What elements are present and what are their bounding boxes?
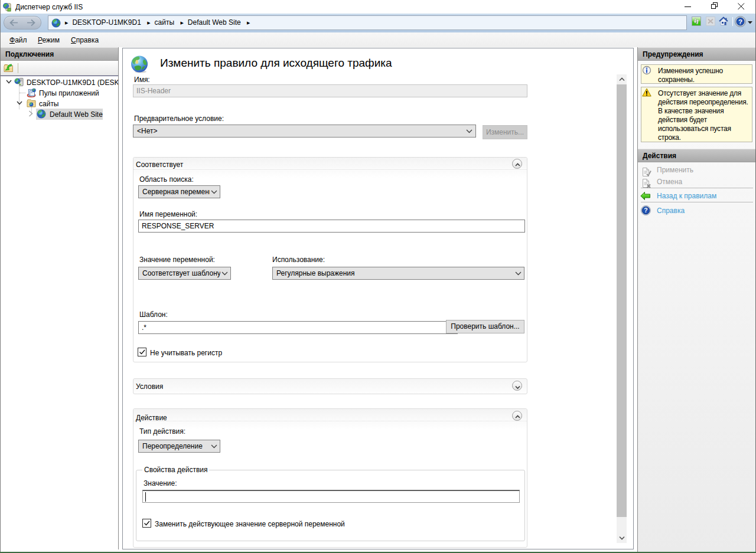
svg-text:?: ?: [644, 207, 647, 214]
svg-text:?: ?: [738, 18, 742, 25]
